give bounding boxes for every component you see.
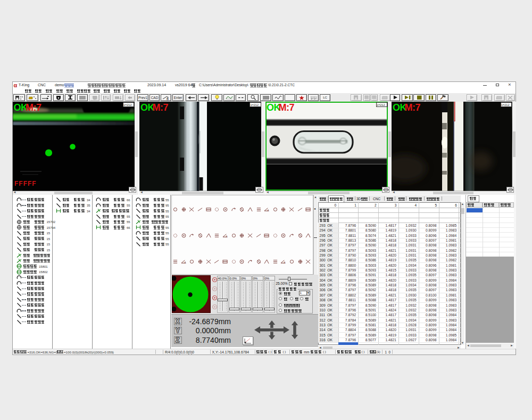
svg-text:B: B <box>167 97 169 100</box>
svg-text:A: A <box>284 261 286 264</box>
svg-text:A: A <box>226 235 227 238</box>
svg-text:A: A <box>268 209 269 212</box>
svg-text:FFFFF: FFFFF <box>14 180 37 187</box>
svg-text:A: A <box>184 261 186 264</box>
